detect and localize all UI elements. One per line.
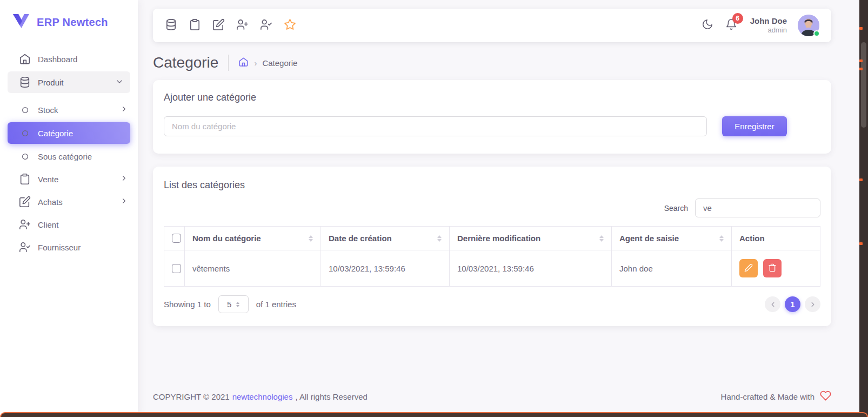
header-action: Action — [732, 227, 820, 250]
brand-name: ERP Newtech — [37, 16, 108, 29]
header-derniere-modification[interactable]: Dernière modification — [450, 227, 612, 250]
table-footer: Showing 1 to 5 of 1 entries 1 — [164, 295, 820, 313]
sidebar-item-categorie[interactable]: Catégorie — [8, 122, 130, 144]
breadcrumb-current: Categorie — [262, 58, 297, 68]
database-icon — [18, 76, 31, 88]
table-row: vêtements 10/03/2021, 13:59:46 10/03/202… — [164, 250, 820, 287]
sidebar-item-sous-categorie[interactable]: Sous catégorie — [0, 146, 138, 167]
showing-info: Showing 1 to 5 of 1 entries — [164, 295, 296, 313]
showing-suffix: of 1 entries — [256, 300, 296, 309]
cell-modified: 10/03/2021, 13:59:46 — [450, 250, 612, 287]
row-select-cell — [164, 250, 185, 287]
edit-shortcut-icon[interactable] — [212, 18, 225, 33]
edit-button[interactable] — [739, 259, 758, 277]
sidebar-item-fournisseur[interactable]: Fournisseur — [0, 237, 138, 257]
sidebar-item-dashboard[interactable]: Dashboard — [0, 49, 138, 69]
category-list-card: List des catégories Search — [153, 167, 831, 326]
window-bottom-edge — [0, 412, 868, 417]
user-plus-icon — [18, 219, 31, 230]
scrollbar-marker — [859, 242, 863, 245]
avatar[interactable] — [798, 15, 819, 36]
sidebar-item-label: Fournisseur — [38, 243, 128, 252]
heart-icon — [820, 390, 831, 403]
chevron-right-icon — [120, 197, 128, 207]
sidebar-item-label: Achats — [38, 197, 120, 207]
sidebar-item-label: Catégorie — [38, 129, 124, 138]
notifications-bell-icon[interactable]: 6 — [725, 18, 737, 32]
app-window: ERP Newtech Dashboard Produit — [0, 0, 868, 417]
navbar-shortcuts — [165, 18, 296, 33]
divider — [228, 55, 229, 71]
sidebar-item-produit[interactable]: Produit — [8, 71, 130, 93]
page-size-select[interactable]: 5 — [218, 295, 249, 313]
user-plus-shortcut-icon[interactable] — [236, 18, 249, 33]
user-name: John Doe — [750, 16, 787, 27]
categories-table: Nom du catégorie Date de création — [164, 226, 820, 287]
database-shortcut-icon[interactable] — [165, 18, 177, 33]
select-all-header-cell — [164, 227, 185, 250]
window-scrollbar-track — [859, 0, 868, 417]
breadcrumb: › Categorie — [238, 57, 297, 69]
circle-icon — [18, 130, 31, 137]
sidebar-item-vente[interactable]: Vente — [0, 169, 138, 189]
chevron-down-icon — [115, 77, 124, 88]
cell-name: vêtements — [185, 250, 321, 287]
circle-icon — [18, 153, 31, 160]
list-card-title: List des catégories — [164, 180, 820, 191]
user-check-shortcut-icon[interactable] — [260, 18, 272, 33]
header-nom[interactable]: Nom du catégorie — [185, 227, 321, 250]
sort-icon[interactable] — [309, 235, 313, 242]
sidebar-item-label: Sous catégorie — [38, 152, 128, 161]
brand[interactable]: ERP Newtech — [0, 10, 138, 35]
top-navbar: 6 John Doe admin — [153, 9, 831, 42]
dark-mode-moon-icon[interactable] — [702, 18, 713, 32]
search-label: Search — [664, 204, 688, 213]
row-checkbox[interactable] — [172, 264, 181, 273]
sort-icon[interactable] — [437, 235, 442, 242]
search-row: Search — [164, 198, 820, 217]
user-check-icon — [18, 241, 31, 253]
breadcrumb-separator-icon: › — [254, 58, 257, 68]
breadcrumb-home-icon[interactable] — [238, 57, 249, 69]
clipboard-shortcut-icon[interactable] — [189, 18, 201, 33]
main-content: 6 John Doe admin — [138, 0, 868, 417]
add-category-card: Ajouter une catégorie Enregistrer — [153, 80, 831, 154]
sidebar-item-label: Vente — [38, 175, 120, 184]
search-input[interactable] — [695, 198, 820, 217]
showing-prefix: Showing 1 to — [164, 300, 211, 309]
next-page-button[interactable] — [805, 296, 820, 312]
newtechnologies-link[interactable]: newtechnologies — [232, 392, 293, 401]
sidebar-item-label: Client — [38, 220, 128, 229]
header-agent[interactable]: Agent de saisie — [612, 227, 732, 250]
add-card-title: Ajouter une catégorie — [164, 92, 820, 103]
brand-logo-icon — [12, 13, 30, 31]
scrollbar-marker — [859, 27, 863, 30]
edit-square-icon — [18, 196, 31, 208]
footer-made-with: Hand-crafted & Made with — [721, 390, 831, 403]
select-arrows-icon — [236, 302, 239, 307]
scrollbar-thumb[interactable] — [861, 42, 866, 128]
sidebar-item-achats[interactable]: Achats — [0, 191, 138, 212]
chevron-right-icon — [120, 105, 128, 115]
delete-button[interactable] — [763, 259, 782, 277]
sidebar-item-label: Stock — [38, 105, 120, 115]
star-shortcut-icon[interactable] — [284, 18, 296, 33]
header-date-creation[interactable]: Date de création — [321, 227, 450, 250]
category-name-input[interactable] — [164, 116, 707, 136]
sidebar-item-client[interactable]: Client — [0, 214, 138, 235]
cell-agent: John doe — [612, 250, 732, 287]
previous-page-button[interactable] — [765, 296, 780, 312]
home-icon — [18, 53, 31, 65]
navbar-right: 6 John Doe admin — [702, 15, 819, 36]
sidebar-item-stock[interactable]: Stock — [0, 100, 138, 120]
chevron-right-icon — [120, 174, 128, 184]
scrollbar-marker — [859, 59, 863, 62]
select-all-checkbox[interactable] — [172, 234, 181, 243]
sort-icon[interactable] — [719, 235, 724, 242]
sort-icon[interactable] — [599, 235, 604, 242]
user-meta: John Doe admin — [750, 16, 787, 35]
user-role: admin — [750, 26, 787, 35]
save-button[interactable]: Enregistrer — [722, 116, 787, 136]
sidebar-item-label: Produit — [38, 78, 115, 87]
page-1-button[interactable]: 1 — [785, 296, 800, 312]
